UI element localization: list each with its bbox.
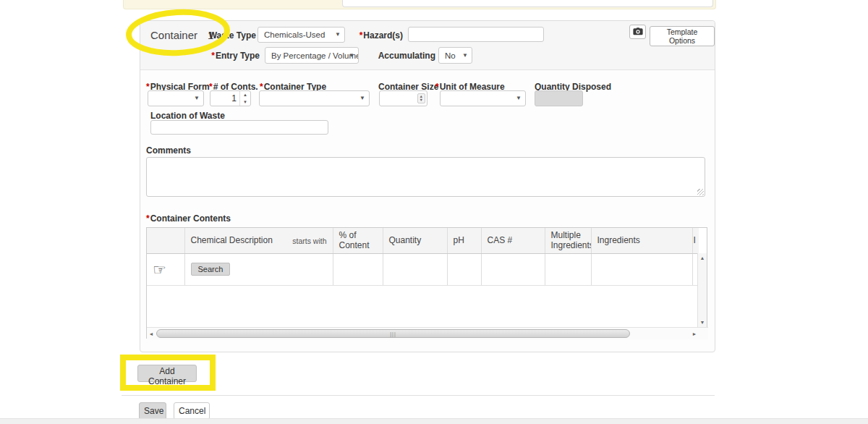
container-panel: Container1 Waste Type Chemicals-Used ▼ *… — [140, 20, 715, 352]
add-container-button[interactable]: Add Container — [137, 365, 197, 382]
ingredients-cell — [591, 253, 692, 285]
scroll-up-arrow[interactable]: ▲ — [698, 255, 707, 260]
pct-of-content-column-header: % of Content — [333, 228, 383, 253]
waste-type-value: Chemicals-Used — [264, 30, 325, 39]
accumulating-value: No — [445, 51, 456, 60]
save-button[interactable]: Save — [139, 402, 166, 420]
num-conts-spin-buttons: ▲ ▼ — [239, 91, 250, 106]
row-selector-cell: ☞ — [147, 253, 184, 285]
entry-type-select[interactable]: By Percentage / Volume ▼ — [265, 47, 359, 64]
chevron-down-icon: ▼ — [194, 95, 200, 101]
comments-textarea[interactable] — [146, 157, 705, 197]
template-options-button[interactable]: Template Options — [650, 26, 715, 46]
quantity-cell — [383, 253, 447, 285]
multiple-ingredients-cell — [545, 253, 591, 285]
accumulating-label: Accumulating — [357, 51, 435, 61]
scroll-left-arrow[interactable]: ◄ — [147, 328, 156, 339]
waste-type-label: Waste Type — [185, 30, 256, 41]
quantity-disposed-input — [535, 90, 583, 106]
location-of-waste-label: Location of Waste — [150, 111, 225, 121]
scroll-right-arrow[interactable]: ► — [690, 328, 699, 339]
hazards-label: *Hazard(s) — [318, 30, 403, 41]
vertical-scrollbar[interactable]: ▲ ▼ — [697, 253, 707, 327]
unit-of-measure-select[interactable]: ▼ — [440, 90, 526, 106]
horizontal-scrollbar[interactable]: ◄ ||| ► — [147, 327, 708, 339]
container-contents-table: Chemical Description starts with % of Co… — [146, 227, 707, 339]
num-conts-input[interactable] — [210, 91, 239, 106]
row-selector-column-header — [147, 228, 184, 253]
ingredients-column-header: Ingredients — [591, 228, 692, 253]
spin-down-icon[interactable]: ▼ — [240, 98, 250, 106]
truncated-column-header: I — [692, 228, 699, 253]
scroll-down-arrow[interactable]: ▼ — [698, 320, 707, 325]
chevron-down-icon: ▼ — [349, 52, 354, 59]
hazards-input[interactable] — [408, 27, 544, 42]
physical-form-select[interactable]: ▼ — [148, 90, 204, 106]
hand-pointer-icon: ☞ — [153, 261, 166, 278]
top-alert-inner-box — [342, 0, 713, 7]
horizontal-scrollbar-thumb[interactable]: ||| — [156, 329, 630, 338]
entry-type-label: *Entry Type — [169, 51, 260, 61]
search-chemical-button[interactable]: Search — [191, 263, 231, 276]
cancel-button[interactable]: Cancel — [174, 402, 210, 420]
table-empty-area — [147, 285, 699, 327]
quantity-column-header: Quantity — [383, 228, 447, 253]
ph-column-header: pH — [447, 228, 481, 253]
multiple-ingredients-column-header: Multiple Ingredients — [545, 228, 591, 253]
comments-label: Comments — [146, 145, 191, 156]
ph-cell — [447, 253, 481, 285]
accumulating-select[interactable]: No ▼ — [438, 47, 472, 64]
chevron-down-icon: ▼ — [359, 95, 365, 101]
chemical-description-cell: Search — [184, 253, 333, 285]
scrollbar-grip: ||| — [390, 331, 396, 336]
chevron-down-icon: ▼ — [516, 95, 522, 101]
chevron-down-icon: ▼ — [462, 52, 468, 59]
location-of-waste-input[interactable] — [150, 120, 328, 135]
spin-down-icon: ▼ — [420, 98, 423, 102]
container-panel-header: Container1 Waste Type Chemicals-Used ▼ *… — [140, 21, 715, 70]
bottom-strip — [0, 418, 868, 424]
container-size-spinner[interactable]: ▲ ▼ — [417, 93, 425, 103]
cas-cell — [481, 253, 545, 285]
num-conts-stepper[interactable]: ▲ ▼ — [210, 90, 251, 106]
entry-type-value: By Percentage / Volume — [271, 51, 359, 60]
pct-of-content-cell — [333, 253, 383, 285]
cas-column-header: CAS # — [481, 228, 545, 253]
section-divider — [122, 395, 715, 396]
waste-container-form: Container1 Waste Type Chemicals-Used ▼ *… — [0, 0, 868, 424]
textarea-resize-handle[interactable] — [697, 189, 704, 195]
spin-up-icon[interactable]: ▲ — [240, 91, 250, 98]
container-type-select[interactable]: ▼ — [259, 90, 370, 106]
camera-icon — [633, 27, 643, 38]
table-header-row: Chemical Description starts with % of Co… — [147, 228, 699, 253]
chemical-description-column-header: Chemical Description starts with — [184, 228, 333, 253]
top-alert-remnant — [123, 0, 716, 9]
camera-button[interactable] — [629, 25, 646, 39]
container-contents-label: *Container Contents — [146, 213, 231, 224]
starts-with-hint: starts with — [292, 237, 326, 245]
table-row: ☞ Search — [147, 253, 699, 285]
